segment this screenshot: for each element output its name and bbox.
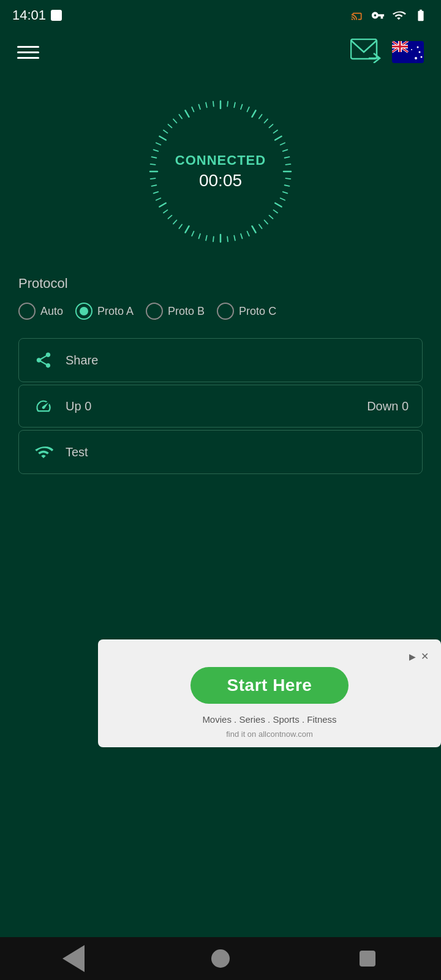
svg-line-44	[241, 234, 242, 239]
svg-line-52	[186, 226, 189, 232]
protocol-option-proto-b[interactable]: Proto B	[146, 303, 205, 320]
svg-point-12	[415, 57, 417, 59]
wifi-test-icon	[32, 443, 55, 461]
protocol-option-proto-a[interactable]: Proto A	[75, 303, 134, 320]
share-button[interactable]: Share	[18, 338, 423, 382]
svg-line-61	[151, 178, 156, 179]
svg-line-27	[275, 137, 281, 140]
svg-point-14	[421, 56, 423, 58]
speedometer-icon	[32, 398, 55, 415]
svg-line-49	[206, 236, 207, 241]
protocol-options: Auto Proto A Proto B Proto C	[18, 303, 423, 320]
svg-line-46	[227, 236, 228, 241]
nav-bar	[0, 937, 441, 980]
svg-line-59	[154, 192, 159, 193]
svg-line-19	[234, 103, 235, 108]
svg-line-71	[179, 115, 182, 118]
svg-line-75	[206, 103, 207, 108]
radio-auto-label: Auto	[40, 305, 63, 318]
svg-point-16	[411, 49, 412, 50]
radio-proto-c-label: Proto C	[239, 305, 276, 318]
speed-row: Up 0 Down 0	[32, 398, 409, 415]
ad-top-bar: ▶ ✕	[110, 650, 429, 662]
svg-line-72	[186, 110, 189, 116]
svg-line-24	[265, 119, 268, 123]
svg-line-18	[227, 102, 228, 107]
protocol-title: Protocol	[18, 276, 423, 292]
speed-values: Up 0 Down 0	[66, 399, 409, 413]
svg-line-22	[252, 110, 256, 116]
svg-line-76	[213, 102, 214, 107]
share-icon	[32, 351, 55, 369]
back-icon	[62, 945, 85, 972]
svg-point-15	[417, 47, 419, 48]
ad-close-button[interactable]: ✕	[421, 650, 429, 662]
status-bar-left: 14:01	[12, 7, 62, 23]
svg-line-26	[274, 130, 277, 133]
svg-line-38	[274, 210, 277, 213]
test-label: Test	[66, 445, 88, 459]
status-time: 14:01	[12, 7, 46, 23]
protocol-option-auto[interactable]: Auto	[18, 303, 63, 320]
svg-line-43	[247, 232, 249, 236]
svg-line-30	[285, 157, 290, 158]
svg-line-35	[283, 192, 288, 193]
radio-auto	[18, 303, 36, 320]
battery-icon	[413, 9, 429, 22]
buttons-section: Share Up 0 Down 0	[0, 332, 441, 480]
wifi-icon	[391, 9, 407, 22]
main-content: // Will be rendered via JS below CONNECT…	[0, 74, 441, 980]
recents-icon	[360, 951, 375, 967]
svg-line-70	[173, 119, 176, 123]
radio-proto-a-inner	[80, 307, 88, 315]
svg-line-74	[198, 105, 200, 110]
home-icon	[211, 949, 230, 968]
share-label: Share	[66, 353, 98, 368]
hamburger-menu[interactable]	[17, 46, 39, 59]
svg-line-65	[154, 149, 159, 151]
ad-cta-button[interactable]: Start Here	[190, 667, 349, 704]
speed-button[interactable]: Up 0 Down 0	[18, 385, 423, 428]
down-speed: Down 0	[367, 399, 409, 413]
connection-status: CONNECTED	[175, 153, 266, 168]
svg-line-69	[168, 124, 172, 127]
svg-line-40	[265, 221, 268, 224]
svg-line-36	[281, 198, 285, 200]
ad-controls: ▶ ✕	[409, 650, 429, 662]
recents-button[interactable]	[349, 940, 386, 977]
test-button[interactable]: Test	[18, 430, 423, 474]
svg-line-31	[285, 164, 290, 165]
svg-line-50	[198, 234, 200, 239]
cast-icon	[349, 9, 365, 21]
svg-line-45	[234, 236, 235, 241]
svg-line-68	[164, 130, 167, 133]
radio-proto-a	[75, 303, 92, 320]
svg-line-63	[151, 164, 156, 165]
svg-line-21	[247, 107, 249, 111]
svg-line-25	[270, 124, 273, 127]
connection-section: // Will be rendered via JS below CONNECT…	[0, 74, 441, 263]
connection-circle[interactable]: // Will be rendered via JS below CONNECT…	[141, 92, 300, 251]
protocol-section: Protocol Auto Proto A Proto B	[0, 263, 441, 332]
svg-line-20	[241, 105, 242, 110]
status-bar-right	[349, 9, 429, 22]
home-button[interactable]	[202, 940, 239, 977]
svg-line-60	[152, 185, 157, 186]
svg-rect-0	[351, 39, 377, 59]
country-flag[interactable]	[392, 41, 424, 63]
svg-line-66	[156, 143, 160, 145]
radio-proto-c	[217, 303, 234, 320]
header-right	[350, 39, 424, 66]
status-square-icon	[51, 10, 62, 21]
ad-footer: find it on allcontnow.com	[226, 729, 313, 739]
svg-line-67	[159, 137, 165, 140]
mail-icon	[350, 39, 382, 63]
svg-line-39	[270, 216, 273, 219]
status-bar: 14:01	[0, 0, 441, 31]
key-icon	[371, 9, 385, 22]
mail-button[interactable]	[350, 39, 382, 66]
back-button[interactable]	[55, 940, 92, 977]
svg-line-34	[285, 185, 290, 186]
australia-flag-svg	[392, 41, 424, 63]
protocol-option-proto-c[interactable]: Proto C	[217, 303, 276, 320]
